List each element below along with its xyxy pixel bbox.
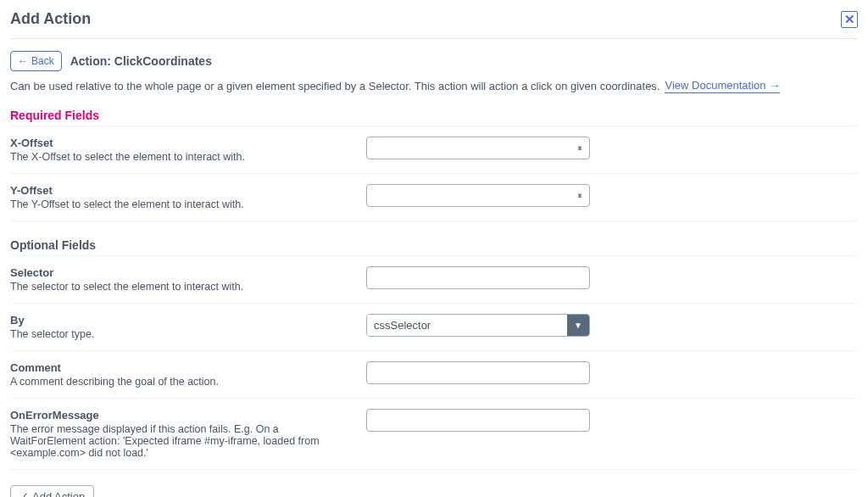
close-button[interactable]: ✕ <box>841 11 858 28</box>
required-fields-heading: Required Fields <box>10 109 858 122</box>
field-row-on-error-message: OnErrorMessage The error message display… <box>10 399 858 470</box>
onerror-label: OnErrorMessage <box>10 409 349 422</box>
field-row-selector: Selector The selector to select the elem… <box>10 255 858 304</box>
by-select-value: cssSelector <box>367 315 567 336</box>
field-row-y-offset: Y-Offset The Y-Offset to select the elem… <box>10 174 858 221</box>
by-select[interactable]: cssSelector ▼ <box>366 314 590 337</box>
x-offset-desc: The X-Offset to select the element to in… <box>10 151 349 163</box>
by-desc: The selector type. <box>10 328 349 340</box>
y-offset-label: Y-Offset <box>10 184 349 197</box>
close-icon: ✕ <box>844 13 855 25</box>
field-row-by: By The selector type. cssSelector ▼ <box>10 304 858 351</box>
modal-title: Add Action <box>10 10 91 28</box>
view-documentation-link[interactable]: View Documentation → <box>665 78 780 93</box>
by-label: By <box>10 314 349 327</box>
onerror-input[interactable] <box>366 409 590 432</box>
y-offset-desc: The Y-Offset to select the element to in… <box>10 198 349 210</box>
y-offset-input[interactable] <box>366 184 590 207</box>
add-action-label: Add Action <box>32 490 85 497</box>
action-description: Can be used relative to the whole page o… <box>10 80 659 92</box>
onerror-desc: The error message displayed if this acti… <box>10 423 349 459</box>
add-action-button[interactable]: ✓ Add Action <box>10 485 94 497</box>
chevron-down-icon: ▼ <box>567 315 589 336</box>
comment-input[interactable] <box>366 361 590 384</box>
selector-input[interactable] <box>366 266 590 289</box>
action-title: Action: ClickCoordinates <box>70 54 212 68</box>
selector-label: Selector <box>10 266 349 279</box>
arrow-left-icon: ← <box>18 55 28 67</box>
field-row-comment: Comment A comment describing the goal of… <box>10 351 858 399</box>
field-row-x-offset: X-Offset The X-Offset to select the elem… <box>10 126 858 174</box>
optional-fields-heading: Optional Fields <box>10 238 858 252</box>
selector-desc: The selector to select the element to in… <box>10 281 349 293</box>
back-button[interactable]: ← Back <box>10 51 62 71</box>
comment-desc: A comment describing the goal of the act… <box>10 376 349 388</box>
comment-label: Comment <box>10 361 349 374</box>
doc-link-label: View Documentation <box>665 79 765 92</box>
back-button-label: Back <box>31 55 54 67</box>
x-offset-input[interactable] <box>366 137 590 159</box>
check-icon: ✓ <box>19 490 29 497</box>
x-offset-label: X-Offset <box>10 137 349 149</box>
arrow-right-icon: → <box>769 79 780 92</box>
